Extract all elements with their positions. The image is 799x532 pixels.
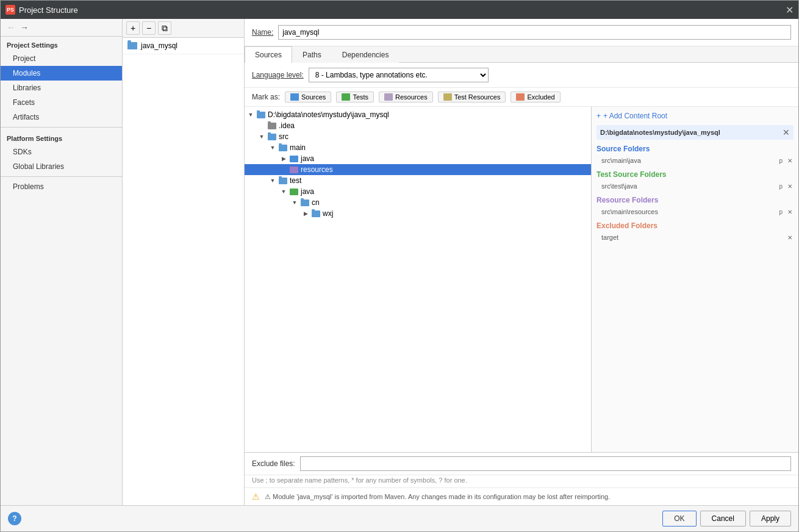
mark-resources-button[interactable]: Resources [379,92,433,102]
sidebar-divider [1,127,122,128]
sidebar-item-project[interactable]: Project [1,51,122,66]
language-level-label: Language level: [252,71,304,79]
help-button[interactable]: ? [8,512,21,525]
project-structure-window: PS Project Structure ✕ ← → Project Setti… [0,0,799,532]
folder-icon-wxj [312,210,320,217]
sidebar-item-artifacts[interactable]: Artifacts [1,110,122,124]
folder-icon-test [279,178,287,184]
language-level-bar: Language level: 8 - Lambdas, type annota… [245,63,798,88]
sidebar-item-sdks[interactable]: SDKs [1,145,122,159]
folder-icon-idea [268,123,276,129]
title-bar-left: PS Project Structure [5,5,78,15]
apply-button[interactable]: Apply [750,511,791,527]
tree-label-main-java: java [301,154,314,163]
app-icon: PS [5,5,15,15]
mark-as-label: Mark as: [252,93,280,101]
root-header: D:\bigdata\notes\mystudy\java_mysql ✕ [597,125,794,140]
test-folder-edit-button[interactable]: p [778,183,784,190]
tab-sources[interactable]: Sources [245,46,292,63]
tree-item-idea[interactable]: .idea [245,120,591,131]
tree-item-test[interactable]: ▼ test [245,175,591,186]
tree-item-root[interactable]: ▼ D:\bigdata\notes\mystudy\java_mysql [245,109,591,120]
remove-module-button[interactable]: − [142,21,156,35]
project-settings-label: Project Settings [1,37,122,51]
mark-tests-button[interactable]: Tests [336,92,374,102]
module-folder-icon [127,42,137,49]
name-input[interactable] [278,25,791,40]
mark-as-bar: Mark as: Sources Tests Resources Test Re… [245,88,798,107]
window-title: Project Structure [19,5,78,15]
name-bar: Name: [245,19,798,46]
tab-paths[interactable]: Paths [292,46,332,63]
test-source-folder-path: src\test\java [601,182,778,190]
platform-settings-label: Platform Settings [1,130,122,145]
folder-icon-root [257,112,265,118]
module-item-java-mysql[interactable]: java_mysql [123,38,244,54]
sidebar-item-facets[interactable]: Facets [1,95,122,110]
main-panel: Name: Sources Paths Dependencies Languag… [245,19,798,505]
resource-folders-title: Resource Folders [597,196,794,204]
source-folder-edit-button[interactable]: p [778,157,784,164]
test-source-folder-actions: p ✕ [778,183,794,190]
source-folder-remove-button[interactable]: ✕ [786,157,794,164]
mark-sources-button[interactable]: Sources [285,92,331,102]
sidebar-item-libraries[interactable]: Libraries [1,81,122,95]
sidebar-item-problems[interactable]: Problems [1,179,122,194]
resource-folder-remove-button[interactable]: ✕ [786,209,794,215]
toggle-resources [280,166,287,173]
toggle-root: ▼ [247,111,254,118]
excluded-folder-remove-button[interactable]: ✕ [786,234,794,241]
excluded-folder-entry: target ✕ [597,232,794,242]
dialog-buttons: ? OK Cancel Apply [1,505,798,531]
test-folder-remove-button[interactable]: ✕ [786,183,794,190]
source-folder-entry: src\main\java p ✕ [597,156,794,165]
forward-button[interactable]: → [18,21,31,34]
tree-item-src[interactable]: ▼ src [245,131,591,142]
tree-item-resources[interactable]: resources [245,164,591,175]
tab-dependencies[interactable]: Dependencies [332,46,400,63]
add-content-root-button[interactable]: + + Add Content Root [597,112,794,120]
resource-folder-actions: p ✕ [778,209,794,215]
tree-item-wxj[interactable]: ▶ wxj [245,208,591,219]
tree-item-main[interactable]: ▼ main [245,142,591,153]
folder-icon-main [279,145,287,151]
cancel-button[interactable]: Cancel [700,511,746,527]
tree-item-cn[interactable]: ▼ cn [245,197,591,208]
add-module-button[interactable]: + [126,21,140,35]
back-button[interactable]: ← [4,21,18,34]
tree-label-wxj: wxj [323,209,333,218]
folder-icon-cn [301,200,309,206]
tree-label-test-java: java [301,187,314,196]
sidebar-divider-2 [1,176,122,177]
source-folder-path: src\main\java [601,157,778,164]
tree-item-main-java[interactable]: ▶ java [245,153,591,164]
test-source-folder-entry: src\test\java p ✕ [597,181,794,191]
toggle-src: ▼ [258,133,265,140]
module-item-label: java_mysql [141,41,177,50]
sidebar-item-modules[interactable]: Modules [1,66,122,81]
resource-folder-entry: src\main\resources p ✕ [597,207,794,217]
title-bar: PS Project Structure ✕ [1,1,798,19]
resource-folder-edit-button[interactable]: p [778,209,784,215]
language-level-select[interactable]: 8 - Lambdas, type annotations etc. 11 - … [309,68,489,82]
excluded-folder-path: target [601,234,786,241]
mark-test-resources-button[interactable]: Test Resources [438,92,506,102]
exclude-files-label: Exclude files: [252,459,295,468]
resources-icon [384,93,393,101]
right-content-panel: + + Add Content Root D:\bigdata\notes\my… [591,107,798,452]
ok-button[interactable]: OK [662,511,696,527]
toggle-cn: ▼ [291,199,298,206]
warning-icon: ⚠ [252,492,260,501]
sidebar-item-global-libraries[interactable]: Global Libraries [1,159,122,174]
tree-item-test-java[interactable]: ▼ java [245,186,591,197]
folder-icon-resources [290,167,298,173]
tree-label-root: D:\bigdata\notes\mystudy\java_mysql [268,110,389,119]
excluded-folders-title: Excluded Folders [597,221,794,230]
source-folder-actions: p ✕ [778,157,794,164]
mark-excluded-button[interactable]: Excluded [511,92,560,102]
tree-label-test: test [290,176,301,185]
exclude-files-input[interactable] [300,456,791,471]
root-close-button[interactable]: ✕ [783,128,790,137]
copy-module-button[interactable]: ⧉ [158,21,171,35]
close-button[interactable]: ✕ [786,4,794,16]
